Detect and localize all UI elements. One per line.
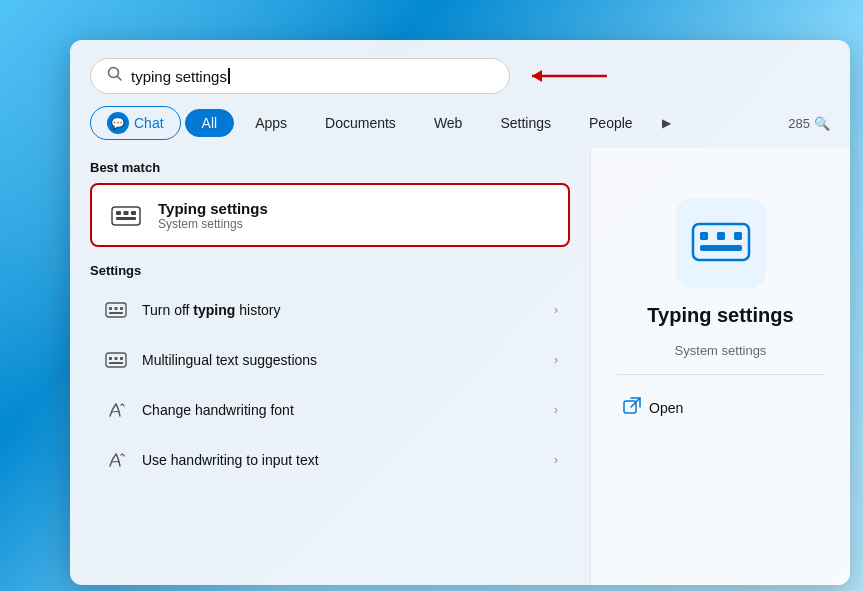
- settings-item-typing-history-label: Turn off typing history: [142, 302, 542, 318]
- settings-item-typing-history[interactable]: Turn off typing history ›: [90, 286, 570, 334]
- svg-rect-22: [734, 232, 742, 240]
- chat-icon: 💬: [107, 112, 129, 134]
- tab-documents[interactable]: Documents: [308, 109, 413, 137]
- tab-chat-label: Chat: [134, 115, 164, 131]
- filter-tabs-bar: 💬 Chat All Apps Documents Web Settings P…: [70, 104, 850, 148]
- detail-panel-title: Typing settings: [647, 304, 793, 327]
- tab-all-label: All: [202, 115, 218, 131]
- result-count-area: 285 🔍: [788, 116, 830, 131]
- search-bar-area: typing settings: [70, 40, 850, 104]
- detail-panel-subtitle: System settings: [675, 343, 767, 358]
- main-content-area: Best match Typing settings System settin…: [70, 148, 850, 585]
- handwriting-input-icon: [102, 446, 130, 474]
- tab-settings[interactable]: Settings: [483, 109, 568, 137]
- svg-rect-21: [717, 232, 725, 240]
- svg-rect-10: [109, 307, 112, 310]
- open-icon: [623, 397, 641, 419]
- detail-divider: [617, 374, 824, 375]
- handwriting-input-chevron: ›: [554, 453, 558, 467]
- tab-more-button[interactable]: ▶: [654, 111, 679, 135]
- tab-people-label: People: [589, 115, 633, 131]
- tab-people[interactable]: People: [572, 109, 650, 137]
- svg-rect-20: [700, 232, 708, 240]
- settings-item-handwriting-font-label: Change handwriting font: [142, 402, 542, 418]
- search-icon: [107, 66, 123, 86]
- multilingual-icon: [102, 346, 130, 374]
- multilingual-chevron: ›: [554, 353, 558, 367]
- best-match-item-subtitle: System settings: [158, 217, 268, 231]
- red-arrow-annotation: [522, 61, 622, 91]
- handwriting-font-icon: [102, 396, 130, 424]
- best-match-item-text: Typing settings System settings: [158, 200, 268, 231]
- settings-item-multilingual[interactable]: Multilingual text suggestions ›: [90, 336, 570, 384]
- svg-rect-8: [116, 217, 136, 220]
- svg-rect-16: [115, 357, 118, 360]
- settings-item-handwriting-input-label: Use handwriting to input text: [142, 452, 542, 468]
- left-panel: Best match Typing settings System settin…: [70, 148, 590, 585]
- tab-all[interactable]: All: [185, 109, 235, 137]
- settings-item-multilingual-label: Multilingual text suggestions: [142, 352, 542, 368]
- result-count-number: 285: [788, 116, 810, 131]
- typing-history-chevron: ›: [554, 303, 558, 317]
- open-button-label: Open: [649, 400, 683, 416]
- tab-settings-label: Settings: [500, 115, 551, 131]
- detail-icon-container: [676, 198, 766, 288]
- right-panel: Typing settings System settings Open: [590, 148, 850, 585]
- best-match-section-title: Best match: [90, 160, 570, 175]
- svg-rect-17: [120, 357, 123, 360]
- settings-section-title: Settings: [90, 263, 570, 278]
- best-match-item-icon: [108, 197, 144, 233]
- svg-rect-19: [693, 224, 749, 260]
- svg-rect-18: [109, 362, 123, 364]
- open-button[interactable]: Open: [611, 391, 695, 425]
- settings-list: Turn off typing history ›: [90, 286, 570, 484]
- svg-marker-3: [532, 70, 542, 82]
- search-bar[interactable]: typing settings: [90, 58, 510, 94]
- handwriting-font-chevron: ›: [554, 403, 558, 417]
- settings-item-handwriting-font[interactable]: Change handwriting font ›: [90, 386, 570, 434]
- svg-rect-15: [109, 357, 112, 360]
- result-count-icon: 🔍: [814, 116, 830, 131]
- tab-apps[interactable]: Apps: [238, 109, 304, 137]
- svg-rect-6: [124, 211, 129, 215]
- svg-line-1: [118, 77, 122, 81]
- tab-web-label: Web: [434, 115, 463, 131]
- svg-rect-7: [131, 211, 136, 215]
- svg-rect-12: [120, 307, 123, 310]
- settings-item-handwriting-input[interactable]: Use handwriting to input text ›: [90, 436, 570, 484]
- search-input-text: typing settings: [131, 68, 493, 85]
- best-match-item[interactable]: Typing settings System settings: [90, 183, 570, 247]
- svg-rect-4: [112, 207, 140, 225]
- tab-chat[interactable]: 💬 Chat: [90, 106, 181, 140]
- tab-documents-label: Documents: [325, 115, 396, 131]
- tab-apps-label: Apps: [255, 115, 287, 131]
- typing-history-icon: [102, 296, 130, 324]
- svg-rect-5: [116, 211, 121, 215]
- search-query-text: typing settings: [131, 68, 227, 85]
- tab-web[interactable]: Web: [417, 109, 480, 137]
- text-cursor: [228, 68, 230, 84]
- svg-rect-23: [700, 245, 742, 251]
- start-menu-window: typing settings 💬 Chat All Apps Document…: [70, 40, 850, 585]
- svg-rect-11: [115, 307, 118, 310]
- svg-rect-13: [109, 312, 123, 314]
- best-match-item-title: Typing settings: [158, 200, 268, 217]
